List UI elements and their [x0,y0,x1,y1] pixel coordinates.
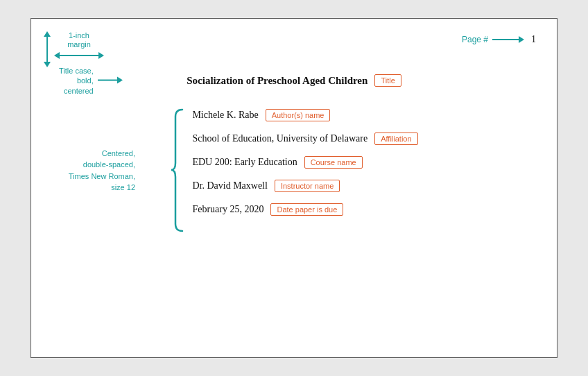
title-ann-line3: centered [64,86,94,94]
margin-annotation: 1-inch margin [44,31,104,67]
margin-vertical-line [46,37,48,62]
margin-vertical-arrow-up [44,31,51,37]
margin-h-arrow-right [98,52,104,59]
margin-h-arrow-line [60,55,98,56]
table-row: Michele K. Rabe Author(s) name [192,109,417,121]
affiliation-text: School of Education, University of Delaw… [192,133,368,144]
table-row: EDU 200: Early Education Course name [192,156,417,169]
page-number: 1 [531,34,536,45]
paper-title: Socialization of Preschool Aged Children [187,75,368,87]
margin-horizontal-arrow [54,52,104,59]
page: 1-inch margin Page # 1 [31,18,557,358]
info-rows: Michele K. Rabe Author(s) name School of… [192,109,417,216]
page-num-arrow [492,36,524,43]
page-num-area: Page # 1 [462,34,536,45]
title-section: Title case, bold, centered Socialization… [59,74,529,87]
course-name-badge: Course name [304,156,363,169]
date-badge: Date paper is due [270,203,343,216]
title-annotation-text: Title case, bold, centered [59,66,94,96]
centered-block-annotation: Centered, double-spaced, Times New Roman… [59,148,135,194]
cba-line3: Times New Roman, [69,172,135,180]
title-ann-line2: bold, [77,76,94,85]
margin-h-arrow-left [54,52,60,59]
centered-block-section: Centered, double-spaced, Times New Roman… [59,106,529,234]
page-num-arrow-head [519,36,524,43]
margin-label: 1-inch margin [54,31,104,49]
curly-brace-svg [170,106,185,234]
table-row: February 25, 2020 Date paper is due [192,203,417,216]
author-name-text: Michele K. Rabe [192,110,258,121]
table-row: School of Education, University of Delaw… [192,133,417,145]
date-text: February 25, 2020 [192,204,263,215]
title-arrow-line [98,80,117,81]
main-content: Title case, bold, centered Socialization… [59,74,529,234]
affiliation-badge: Affiliation [374,133,417,145]
course-name-text: EDU 200: Early Education [192,157,297,168]
instructor-name-text: Dr. David Maxwell [192,180,267,191]
author-name-badge: Author(s) name [266,109,331,121]
cba-line2: double-spaced, [83,160,135,169]
page-num-arrow-line [492,39,519,40]
title-arrow-head [117,77,123,84]
curly-brace [170,106,185,234]
cba-line1: Centered, [102,149,135,157]
instructor-name-badge: Instructor name [275,180,340,192]
title-arrow [98,77,123,84]
title-annotation: Title case, bold, centered [59,66,123,96]
cba-line4: size 12 [111,183,135,191]
margin-label-line1: 1-inch [69,31,89,40]
title-badge: Title [374,74,401,87]
margin-vertical-arrow-down [44,62,51,67]
table-row: Dr. David Maxwell Instructor name [192,180,417,192]
title-ann-line1: Title case, [59,67,94,75]
margin-label-line2: margin [67,40,91,49]
page-num-label: Page # [462,35,488,44]
